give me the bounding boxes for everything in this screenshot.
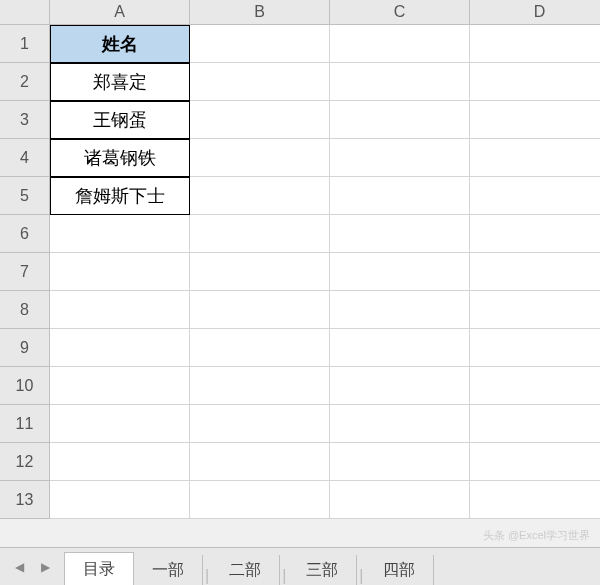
cell-d5[interactable] — [470, 177, 600, 215]
row-header-6[interactable]: 6 — [0, 215, 50, 253]
tab-separator: | — [203, 567, 211, 585]
cell-b7[interactable] — [190, 253, 330, 291]
tab-separator: | — [357, 567, 365, 585]
cell-a7[interactable] — [50, 253, 190, 291]
cell-c11[interactable] — [330, 405, 470, 443]
tab-directory[interactable]: 目录 — [64, 552, 134, 585]
cell-a10[interactable] — [50, 367, 190, 405]
sheet-tabs: 目录 一部 | 二部 | 三部 | 四部 — [64, 548, 434, 585]
cell-c7[interactable] — [330, 253, 470, 291]
col-header-a[interactable]: A — [50, 0, 190, 25]
cell-c5[interactable] — [330, 177, 470, 215]
cell-c6[interactable] — [330, 215, 470, 253]
row-header-12[interactable]: 12 — [0, 443, 50, 481]
cell-d10[interactable] — [470, 367, 600, 405]
cell-a9[interactable] — [50, 329, 190, 367]
tab-prev-icon[interactable]: ◀ — [8, 556, 30, 578]
tab-next-icon[interactable]: ▶ — [34, 556, 56, 578]
sheet-tab-bar: ◀ ▶ 目录 一部 | 二部 | 三部 | 四部 — [0, 547, 600, 585]
cell-b10[interactable] — [190, 367, 330, 405]
tab-part4[interactable]: 四部 — [365, 555, 434, 585]
cell-b11[interactable] — [190, 405, 330, 443]
select-all-corner[interactable] — [0, 0, 50, 25]
cell-d7[interactable] — [470, 253, 600, 291]
cell-d4[interactable] — [470, 139, 600, 177]
cell-b3[interactable] — [190, 101, 330, 139]
cell-c9[interactable] — [330, 329, 470, 367]
cell-b5[interactable] — [190, 177, 330, 215]
row-header-9[interactable]: 9 — [0, 329, 50, 367]
cell-a3[interactable]: 王钢蛋 — [50, 101, 190, 139]
col-header-d[interactable]: D — [470, 0, 600, 25]
watermark-text: 头条 @Excel学习世界 — [483, 528, 590, 543]
tab-part1[interactable]: 一部 — [134, 555, 203, 585]
row-header-8[interactable]: 8 — [0, 291, 50, 329]
row-header-1[interactable]: 1 — [0, 25, 50, 63]
cell-c1[interactable] — [330, 25, 470, 63]
cell-d2[interactable] — [470, 63, 600, 101]
row-header-7[interactable]: 7 — [0, 253, 50, 291]
cell-c4[interactable] — [330, 139, 470, 177]
cell-d12[interactable] — [470, 443, 600, 481]
cell-a6[interactable] — [50, 215, 190, 253]
cell-b1[interactable] — [190, 25, 330, 63]
row-header-10[interactable]: 10 — [0, 367, 50, 405]
cell-a12[interactable] — [50, 443, 190, 481]
cell-a2[interactable]: 郑喜定 — [50, 63, 190, 101]
cell-d13[interactable] — [470, 481, 600, 519]
row-header-2[interactable]: 2 — [0, 63, 50, 101]
cell-d9[interactable] — [470, 329, 600, 367]
cell-a13[interactable] — [50, 481, 190, 519]
cell-a11[interactable] — [50, 405, 190, 443]
cell-b8[interactable] — [190, 291, 330, 329]
cell-a1[interactable]: 姓名 — [50, 25, 190, 63]
row-header-5[interactable]: 5 — [0, 177, 50, 215]
tab-part3[interactable]: 三部 — [288, 555, 357, 585]
cell-d1[interactable] — [470, 25, 600, 63]
col-header-c[interactable]: C — [330, 0, 470, 25]
cell-c10[interactable] — [330, 367, 470, 405]
cells-area: 姓名 郑喜定 王钢蛋 诸葛钢铁 詹姆斯下士 — [50, 25, 600, 519]
cell-c8[interactable] — [330, 291, 470, 329]
row-header-4[interactable]: 4 — [0, 139, 50, 177]
cell-c2[interactable] — [330, 63, 470, 101]
cell-c12[interactable] — [330, 443, 470, 481]
row-header-11[interactable]: 11 — [0, 405, 50, 443]
cell-b4[interactable] — [190, 139, 330, 177]
row-headers: 1 2 3 4 5 6 7 8 9 10 11 12 13 — [0, 25, 50, 519]
cell-d8[interactable] — [470, 291, 600, 329]
tab-separator: | — [280, 567, 288, 585]
cell-a4[interactable]: 诸葛钢铁 — [50, 139, 190, 177]
cell-b12[interactable] — [190, 443, 330, 481]
cell-d3[interactable] — [470, 101, 600, 139]
tab-nav-buttons: ◀ ▶ — [0, 556, 64, 578]
cell-b6[interactable] — [190, 215, 330, 253]
tab-part2[interactable]: 二部 — [211, 555, 280, 585]
cell-c13[interactable] — [330, 481, 470, 519]
cell-c3[interactable] — [330, 101, 470, 139]
cell-b13[interactable] — [190, 481, 330, 519]
row-header-3[interactable]: 3 — [0, 101, 50, 139]
cell-a8[interactable] — [50, 291, 190, 329]
cell-a5[interactable]: 詹姆斯下士 — [50, 177, 190, 215]
cell-b9[interactable] — [190, 329, 330, 367]
column-headers: A B C D — [50, 0, 600, 25]
row-header-13[interactable]: 13 — [0, 481, 50, 519]
cell-d11[interactable] — [470, 405, 600, 443]
cell-b2[interactable] — [190, 63, 330, 101]
col-header-b[interactable]: B — [190, 0, 330, 25]
cell-d6[interactable] — [470, 215, 600, 253]
